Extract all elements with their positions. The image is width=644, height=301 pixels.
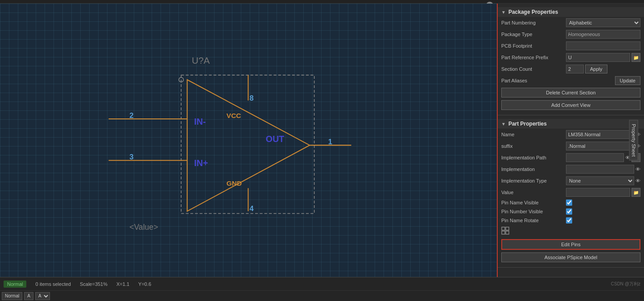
edit-pins-button[interactable]: Edit Pins: [501, 239, 640, 250]
package-properties-title: Package Properties: [508, 9, 558, 15]
part-numbering-select[interactable]: Alphabetic: [566, 18, 640, 27]
value-label: Value: [501, 190, 566, 195]
pin-name-visible-row: Pin Name Visible: [498, 198, 644, 207]
part-properties-header[interactable]: ▼ Part Properties: [498, 119, 644, 129]
impl-path-row: Implementation Path 👁 📁: [498, 152, 644, 163]
pin-name-visible-checkbox[interactable]: [566, 199, 572, 206]
pcb-footprint-input[interactable]: [566, 41, 640, 50]
mode-indicator: Normal: [4, 281, 26, 288]
impl-type-value: None 👁: [566, 176, 640, 185]
part-aliases-value: Update: [566, 76, 640, 85]
name-row: Name 👁: [498, 129, 644, 140]
impl-type-row: Implementation Type None 👁: [498, 175, 644, 187]
scale-indicator: Scale=351%: [80, 281, 107, 287]
x-coord: X=1.1: [116, 281, 129, 287]
svg-text:1: 1: [328, 138, 332, 146]
part-ref-prefix-input[interactable]: [566, 53, 630, 62]
svg-text:IN+: IN+: [194, 158, 208, 168]
part-ref-prefix-row: Part Reference Prefix 📁: [498, 52, 644, 63]
svg-text:3: 3: [129, 153, 133, 161]
update-button[interactable]: Update: [615, 76, 640, 85]
svg-text:OUT: OUT: [266, 134, 285, 144]
impl-type-select[interactable]: None: [566, 176, 634, 185]
schematic-svg: U?A <Value> 2 3 1 8 4 IN- IN+ OUT VCC GN…: [0, 4, 497, 277]
impl-label: Implementation: [501, 167, 566, 172]
svg-text:GND: GND: [227, 179, 242, 187]
pin-number-visible-checkbox[interactable]: [566, 208, 572, 215]
part-numbering-label: Part Numbering: [501, 20, 566, 25]
part-properties-section: ▼ Part Properties Name 👁 suffix 👁: [498, 115, 644, 268]
grid-icon-area: [498, 225, 644, 238]
impl-path-input[interactable]: [566, 153, 624, 162]
package-properties-header[interactable]: ▼ Package Properties: [498, 7, 644, 17]
svg-rect-22: [502, 231, 505, 234]
pcb-footprint-value: [566, 41, 640, 50]
collapse-arrow: ▼: [501, 10, 506, 15]
page-a-btn[interactable]: A: [24, 292, 33, 300]
page-select[interactable]: A: [35, 292, 50, 300]
bottom-toolbar: Normal A A: [0, 290, 644, 301]
svg-rect-20: [502, 227, 505, 230]
value-browse-btn[interactable]: 📁: [632, 188, 640, 197]
normal-mode-btn[interactable]: Normal: [2, 292, 22, 300]
part-numbering-row: Part Numbering Alphabetic: [498, 17, 644, 28]
svg-rect-21: [506, 227, 509, 230]
pin-name-rotate-label: Pin Name Rotate: [501, 218, 566, 223]
impl-path-label: Implementation Path: [501, 155, 566, 160]
package-type-label: Package Type: [501, 32, 566, 37]
suffix-input[interactable]: [566, 142, 634, 150]
name-input[interactable]: [566, 130, 634, 139]
impl-input[interactable]: [566, 165, 634, 174]
package-type-input[interactable]: [566, 30, 640, 39]
suffix-label: suffix: [501, 143, 566, 149]
section-count-value: Apply: [566, 65, 640, 73]
part-ref-browse-btn[interactable]: 📁: [632, 53, 640, 62]
svg-text:2: 2: [129, 111, 133, 120]
svg-text:<Value>: <Value>: [129, 223, 158, 232]
pin-name-visible-label: Pin Name Visible: [501, 200, 566, 205]
pcb-footprint-row: PCB Footprint: [498, 40, 644, 52]
value-row: Value 📁: [498, 187, 644, 198]
impl-type-eye-icon[interactable]: 👁: [636, 178, 640, 183]
y-coord: Y=0.6: [138, 281, 151, 287]
pin-number-visible-row: Pin Number Visible: [498, 207, 644, 216]
impl-eye-icon[interactable]: 👁: [636, 167, 640, 172]
svg-text:VCC: VCC: [227, 112, 241, 119]
part-properties-title: Part Properties: [508, 121, 547, 127]
svg-text:IN-: IN-: [194, 117, 206, 126]
pin-name-rotate-checkbox[interactable]: [566, 217, 572, 224]
svg-text:8: 8: [250, 94, 254, 102]
svg-text:4: 4: [250, 204, 254, 213]
package-type-value: [566, 30, 640, 39]
impl-type-label: Implementation Type: [501, 178, 566, 183]
watermark: CSDN @万利z: [611, 281, 640, 287]
main-area: U?A <Value> 2 3 1 8 4 IN- IN+ OUT VCC GN…: [0, 4, 644, 277]
package-type-row: Package Type: [498, 28, 644, 40]
grid-icon: [501, 227, 509, 235]
svg-rect-23: [506, 231, 509, 234]
name-label: Name: [501, 132, 566, 137]
delete-section-button[interactable]: Delete Current Section: [501, 88, 640, 98]
section-count-input[interactable]: [566, 65, 584, 73]
status-bar: Normal 0 items selected Scale=351% X=1.1…: [0, 277, 644, 290]
suffix-row: suffix 👁: [498, 140, 644, 152]
part-aliases-row: Part Aliases Update: [498, 75, 644, 86]
pin-name-rotate-row: Pin Name Rotate: [498, 216, 644, 225]
part-aliases-label: Part Aliases: [501, 78, 566, 83]
pin-number-visible-label: Pin Number Visible: [501, 209, 566, 214]
property-sheet-tab: Property Sheet: [629, 120, 638, 160]
section-count-row: Section Count Apply: [498, 63, 644, 75]
value-input[interactable]: [566, 188, 630, 197]
collapse-arrow-2: ▼: [501, 122, 506, 126]
value-value: 📁: [566, 188, 640, 197]
items-selected: 0 items selected: [35, 281, 70, 287]
section-count-label: Section Count: [501, 66, 566, 72]
apply-button[interactable]: Apply: [585, 65, 607, 73]
pcb-footprint-label: PCB Footprint: [501, 43, 566, 49]
package-properties-section: ▼ Package Properties Part Numbering Alph…: [498, 4, 644, 115]
part-ref-prefix-value: 📁: [566, 53, 640, 62]
add-convert-button[interactable]: Add Convert View: [501, 100, 640, 110]
canvas-area[interactable]: U?A <Value> 2 3 1 8 4 IN- IN+ OUT VCC GN…: [0, 4, 497, 277]
impl-row: Implementation 👁: [498, 163, 644, 175]
associate-pspice-button[interactable]: Associate PSpice Model: [501, 252, 640, 262]
